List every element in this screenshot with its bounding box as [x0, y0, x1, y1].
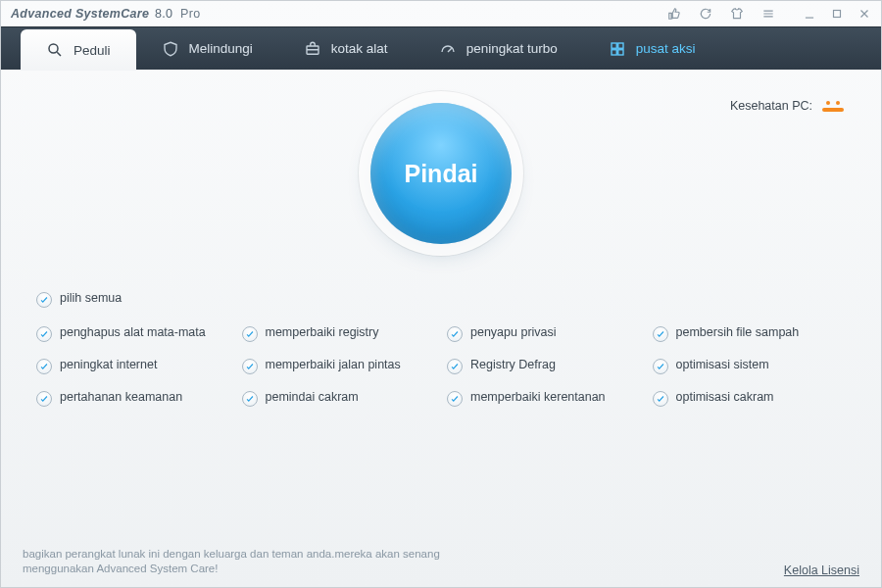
- toolbox-icon: [304, 40, 321, 58]
- option-privacy[interactable]: penyapu privasi: [447, 325, 641, 342]
- check-icon: [36, 326, 52, 342]
- svg-rect-6: [617, 49, 622, 54]
- option-label: Registry Defrag: [470, 358, 556, 373]
- option-label: memperbaiki jalan pintas: [266, 358, 401, 373]
- check-icon: [36, 359, 52, 374]
- pc-health-label: Kesehatan PC:: [730, 99, 812, 113]
- select-all-label: pilih semua: [60, 291, 122, 307]
- nav-tabs: Peduli Melindungi kotak alat peningkat t…: [1, 26, 881, 70]
- tab-care-label: Peduli: [74, 43, 111, 58]
- svg-rect-0: [834, 11, 841, 18]
- check-icon: [447, 326, 463, 342]
- check-icon: [653, 359, 668, 374]
- option-label: memperbaiki registry: [266, 325, 379, 341]
- close-icon[interactable]: [858, 7, 871, 21]
- tab-action-center-label: pusat aksi: [636, 41, 696, 56]
- menu-icon[interactable]: [761, 7, 775, 21]
- option-security[interactable]: pertahanan keamanan: [36, 390, 230, 407]
- option-spyware[interactable]: penghapus alat mata-mata: [36, 325, 230, 342]
- option-registry-defrag[interactable]: Registry Defrag: [447, 358, 641, 374]
- check-icon: [36, 292, 52, 308]
- check-icon: [36, 391, 52, 407]
- option-label: optimisasi sistem: [676, 358, 769, 373]
- check-icon: [447, 359, 463, 374]
- option-internet[interactable]: peningkat internet: [36, 358, 230, 374]
- app-window: Advanced SystemCare 8.0 Pro Peduli Melin…: [0, 0, 882, 588]
- maximize-icon[interactable]: [830, 7, 844, 21]
- option-shortcut[interactable]: memperbaiki jalan pintas: [242, 358, 436, 374]
- tab-toolbox[interactable]: kotak alat: [278, 27, 414, 70]
- tab-protect[interactable]: Melindungi: [136, 27, 278, 70]
- app-edition: Pro: [180, 7, 200, 21]
- pc-health: Kesehatan PC:: [730, 99, 846, 113]
- check-icon: [242, 391, 258, 407]
- option-registry-fix[interactable]: memperbaiki registry: [242, 325, 436, 342]
- tab-care[interactable]: Peduli: [21, 29, 136, 71]
- gauge-icon: [439, 40, 457, 58]
- tab-action-center[interactable]: pusat aksi: [583, 27, 721, 70]
- option-label: penghapus alat mata-mata: [60, 325, 206, 341]
- option-vulnerability[interactable]: memperbaiki kerentanan: [447, 390, 641, 407]
- minimize-icon[interactable]: [803, 7, 816, 21]
- svg-point-1: [49, 44, 58, 53]
- option-label: peningkat internet: [60, 358, 157, 373]
- scan-options: pilih semua penghapus alat mata-mata mem…: [23, 291, 859, 407]
- app-title: Advanced SystemCare 8.0 Pro: [11, 7, 200, 21]
- check-icon: [242, 359, 258, 374]
- search-icon: [46, 41, 64, 59]
- check-icon: [653, 326, 668, 342]
- tab-turbo-label: peningkat turbo: [466, 41, 558, 56]
- option-label: pembersih file sampah: [676, 325, 800, 341]
- thumbs-up-icon[interactable]: [667, 7, 681, 21]
- option-sys-opt[interactable]: optimisasi sistem: [653, 358, 847, 374]
- scan-button[interactable]: Pindai: [370, 103, 512, 244]
- refresh-icon[interactable]: [699, 7, 712, 21]
- option-label: pemindai cakram: [266, 390, 359, 406]
- titlebar-actions: [667, 7, 871, 21]
- shirt-icon[interactable]: [730, 7, 744, 21]
- option-disk-scan[interactable]: pemindai cakram: [242, 390, 436, 407]
- select-all-checkbox[interactable]: pilih semua: [36, 291, 859, 308]
- check-icon: [447, 391, 463, 407]
- shield-icon: [162, 40, 179, 58]
- tab-protect-label: Melindungi: [189, 41, 253, 56]
- content-area: Kesehatan PC: Pindai pilih semua penghap…: [1, 70, 881, 588]
- check-icon: [653, 391, 668, 407]
- scan-button-label: Pindai: [404, 160, 477, 188]
- option-label: optimisasi cakram: [676, 390, 774, 406]
- option-disk-opt[interactable]: optimisasi cakram: [653, 390, 847, 407]
- svg-rect-4: [617, 43, 622, 48]
- option-label: memperbaiki kerentanan: [470, 390, 606, 406]
- grid-icon: [609, 40, 626, 58]
- face-neutral-icon: [820, 101, 846, 112]
- window-controls: [803, 7, 871, 21]
- tab-turbo[interactable]: peningkat turbo: [414, 27, 583, 70]
- footer: bagikan perangkat lunak ini dengan kelua…: [23, 547, 859, 577]
- scan-area: Pindai: [23, 70, 859, 244]
- manage-license-link[interactable]: Kelola Lisensi: [784, 564, 859, 577]
- option-label: penyapu privasi: [470, 325, 557, 341]
- app-version: 8.0: [155, 7, 172, 21]
- option-label: pertahanan keamanan: [60, 390, 182, 406]
- tab-toolbox-label: kotak alat: [331, 41, 388, 56]
- share-text: bagikan perangkat lunak ini dengan kelua…: [23, 547, 493, 577]
- options-grid: penghapus alat mata-mata memperbaiki reg…: [23, 325, 859, 407]
- option-junk[interactable]: pembersih file sampah: [653, 325, 847, 342]
- app-name: Advanced SystemCare: [11, 7, 149, 21]
- svg-rect-3: [612, 43, 616, 48]
- svg-rect-5: [612, 49, 616, 54]
- titlebar: Advanced SystemCare 8.0 Pro: [1, 1, 881, 26]
- check-icon: [242, 326, 258, 342]
